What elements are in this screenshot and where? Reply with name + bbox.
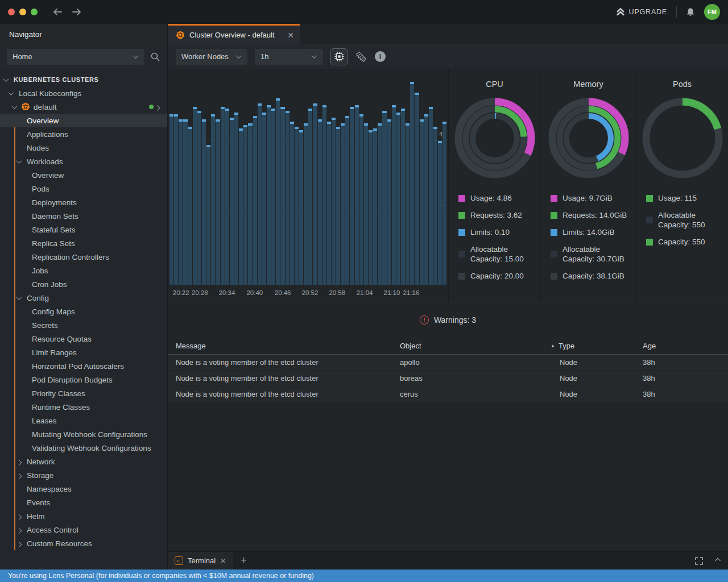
pods-legend: Usage: 115Allocatable Capacity: 550Capac… xyxy=(646,193,723,254)
memory-metric-button[interactable] xyxy=(355,51,367,63)
column-header-message[interactable]: Message xyxy=(168,342,400,350)
bar xyxy=(369,130,373,285)
cell-type: Node xyxy=(551,374,643,383)
tab-cluster-overview[interactable]: Cluster Overview - default ✕ xyxy=(168,24,300,44)
sidebar-item-jobs[interactable]: Jobs xyxy=(0,264,167,277)
chevron-down-icon[interactable] xyxy=(7,92,14,95)
sidebar-item-mutating-webhook-configurations[interactable]: Mutating Webhook Configurations xyxy=(0,427,167,441)
cpu-metric-button[interactable] xyxy=(330,48,348,65)
sidebar-item-runtime-classes[interactable]: Runtime Classes xyxy=(0,400,167,414)
bar xyxy=(415,93,419,285)
new-terminal-button[interactable]: + xyxy=(241,555,247,567)
column-header-type[interactable]: ▲ Type xyxy=(551,342,643,350)
chevron-down-icon[interactable] xyxy=(15,160,22,164)
table-row[interactable]: Node is a voting member of the etcd clus… xyxy=(168,355,728,371)
sidebar-item-pod-disruption-budgets[interactable]: Pod Disruption Budgets xyxy=(0,373,167,386)
upgrade-button[interactable]: UPGRADE xyxy=(616,8,667,16)
sidebar-item-nodes[interactable]: Nodes xyxy=(0,141,167,155)
legend-label: Allocatable Capacity: 550 xyxy=(658,210,723,230)
sidebar-tree: KUBERNETES CLUSTERSLocal Kubeconfigsdefa… xyxy=(0,69,167,550)
chevron-down-icon[interactable] xyxy=(2,78,9,82)
table-row[interactable]: Node is a voting member of the etcd clus… xyxy=(168,371,728,386)
tab-close-icon[interactable]: ✕ xyxy=(287,31,294,40)
sidebar-item-cron-jobs[interactable]: Cron Jobs xyxy=(0,277,167,291)
x-tick-label: 20:34 xyxy=(219,289,235,296)
sidebar-item-replica-sets[interactable]: Replica Sets xyxy=(0,236,167,250)
time-range-select[interactable]: 1h xyxy=(255,49,323,65)
notifications-bell-icon[interactable] xyxy=(686,7,695,17)
sidebar-item-events[interactable]: Events xyxy=(0,496,167,509)
chevron-right-icon[interactable] xyxy=(15,542,22,546)
sidebar-item-storage[interactable]: Storage xyxy=(0,468,167,482)
sidebar-item-custom-resources[interactable]: Custom Resources xyxy=(0,537,167,550)
sidebar-item-local-kubeconfigs[interactable]: Local Kubeconfigs xyxy=(0,86,167,100)
chevron-right-icon[interactable] xyxy=(15,473,22,477)
sidebar-item-access-control[interactable]: Access Control xyxy=(0,523,167,537)
bar xyxy=(280,107,284,285)
bar-chart-plot: 24 xyxy=(168,69,448,285)
sidebar-item-horizontal-pod-autoscalers[interactable]: Horizontal Pod Autoscalers xyxy=(0,359,167,373)
back-arrow-icon[interactable] xyxy=(52,8,63,16)
sidebar-item-kubernetes-clusters[interactable]: KUBERNETES CLUSTERS xyxy=(0,73,167,86)
cell-object: boreas xyxy=(400,374,551,383)
chevron-down-icon[interactable] xyxy=(11,105,18,109)
expand-dock-icon[interactable] xyxy=(695,557,703,565)
sidebar-item-stateful-sets[interactable]: Stateful Sets xyxy=(0,223,167,236)
sidebar-item-applications[interactable]: Applications xyxy=(0,127,167,141)
legend-label: Capacity: 38.1GiB xyxy=(562,271,624,281)
bar xyxy=(355,105,359,285)
bar xyxy=(299,130,303,285)
search-icon[interactable] xyxy=(150,52,160,62)
sidebar-item-replication-controllers[interactable]: Replication Controllers xyxy=(0,250,167,264)
open-dock-chevron-icon[interactable] xyxy=(713,559,720,563)
chevron-right-icon[interactable] xyxy=(15,460,22,464)
user-avatar[interactable]: FM xyxy=(704,4,720,20)
terminal-tab-label: Terminal xyxy=(188,556,216,565)
x-tick-label: 20:52 xyxy=(302,289,318,296)
terminal-tab-close-icon[interactable]: ✕ xyxy=(220,557,226,565)
legend-swatch xyxy=(551,195,557,202)
cell-object: cerus xyxy=(400,390,551,398)
sidebar-item-secrets[interactable]: Secrets xyxy=(0,318,167,332)
bar-chart-x-axis: 20:2220:2820:3420:4020:4620:5220:5821:04… xyxy=(168,285,448,302)
sidebar-item-deployments[interactable]: Deployments xyxy=(0,196,167,209)
bar xyxy=(406,123,410,285)
close-window-button[interactable] xyxy=(8,9,15,15)
chevron-right-icon[interactable] xyxy=(154,105,160,109)
sidebar-item-config[interactable]: Config xyxy=(0,291,167,305)
upgrade-label: UPGRADE xyxy=(629,8,667,16)
sidebar-item-label: Config Maps xyxy=(32,307,75,316)
forward-arrow-icon[interactable] xyxy=(72,8,82,16)
pods-donut-panel: Pods Usage: 115Allocatable Capacity: 550… xyxy=(636,69,728,302)
chevron-down-icon[interactable] xyxy=(15,296,22,300)
sidebar-item-pods[interactable]: Pods xyxy=(0,182,167,196)
sidebar-item-workloads[interactable]: Workloads xyxy=(0,155,167,168)
sidebar-item-limit-ranges[interactable]: Limit Ranges xyxy=(0,346,167,359)
chevron-down-icon xyxy=(235,55,242,59)
sidebar-item-helm[interactable]: Helm xyxy=(0,509,167,523)
column-header-age[interactable]: Age xyxy=(643,342,728,350)
sidebar-item-network[interactable]: Network xyxy=(0,455,167,468)
navigator-location-select[interactable]: Home xyxy=(7,49,144,65)
sidebar-item-validating-webhook-configurations[interactable]: Validating Webhook Configurations xyxy=(0,441,167,455)
terminal-tab[interactable]: >_ Terminal ✕ xyxy=(168,552,233,569)
cluster-metrics-bar-chart[interactable]: 24 20:2220:2820:3420:4020:4620:5220:5821… xyxy=(168,69,448,302)
lens-app-window: UPGRADE FM Navigator Cluster Overview - … xyxy=(0,0,728,582)
column-header-object[interactable]: Object xyxy=(400,342,551,350)
sidebar-item-overview[interactable]: Overview xyxy=(0,168,167,182)
info-icon[interactable]: i xyxy=(375,51,386,62)
sidebar-item-priority-classes[interactable]: Priority Classes xyxy=(0,386,167,400)
node-type-select[interactable]: Worker Nodes xyxy=(176,49,247,65)
chevron-right-icon[interactable] xyxy=(15,514,22,518)
sidebar-item-overview[interactable]: Overview xyxy=(0,114,167,127)
sidebar-item-config-maps[interactable]: Config Maps xyxy=(0,305,167,318)
sidebar-item-daemon-sets[interactable]: Daemon Sets xyxy=(0,209,167,223)
sidebar-item-leases[interactable]: Leases xyxy=(0,414,167,427)
sidebar-item-namespaces[interactable]: Namespaces xyxy=(0,482,167,496)
sidebar-item-resource-quotas[interactable]: Resource Quotas xyxy=(0,332,167,346)
minimize-window-button[interactable] xyxy=(19,9,26,15)
chevron-right-icon[interactable] xyxy=(15,528,22,532)
maximize-window-button[interactable] xyxy=(31,9,38,15)
sidebar-item-default[interactable]: default xyxy=(0,100,167,114)
table-row[interactable]: Node is a voting member of the etcd clus… xyxy=(168,386,728,402)
